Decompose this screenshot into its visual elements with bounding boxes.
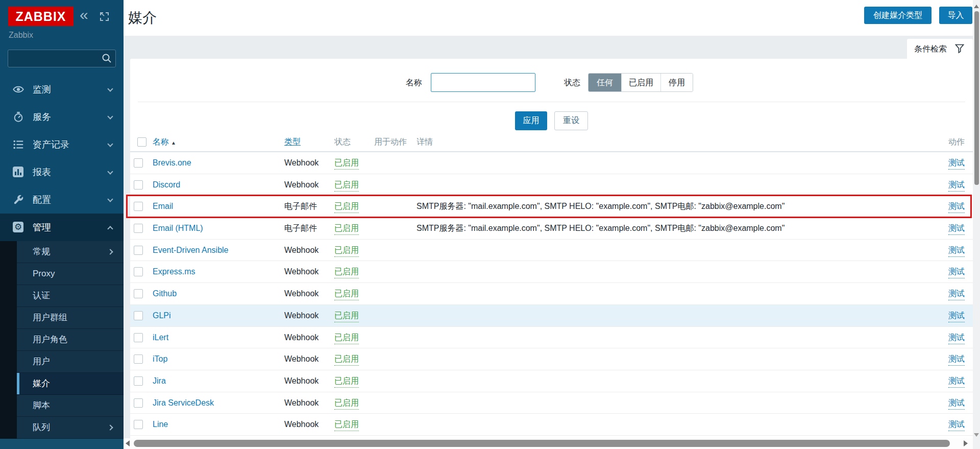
media-type-status-link[interactable]: 已启用 [334, 244, 359, 257]
media-type-name-link[interactable]: GLPi [153, 305, 171, 326]
media-type-status-link[interactable]: 已启用 [334, 222, 359, 235]
table-row-Github: GithubWebhook已启用测试 [130, 283, 973, 305]
import-button[interactable]: 导入 [939, 7, 972, 24]
media-type-name-link[interactable]: Github [153, 283, 177, 304]
media-type-status-link[interactable]: 已启用 [334, 288, 359, 300]
submenu-item-常规[interactable]: 常规 [17, 241, 124, 263]
sidebar-item-配置[interactable]: 配置 [0, 186, 124, 214]
submenu-item-媒介[interactable]: 媒介 [17, 373, 124, 395]
kiosk-mode-icon[interactable]: ↖ [100, 12, 109, 21]
row-checkbox[interactable] [134, 420, 143, 429]
media-type-status-link[interactable]: 已启用 [334, 332, 359, 344]
media-type-name-link[interactable]: Event-Driven Ansible [153, 240, 229, 261]
filter-tab[interactable]: 条件检索 [907, 39, 973, 59]
media-type-status-link[interactable]: 已启用 [334, 418, 359, 431]
submenu-item-用户角色[interactable]: 用户角色 [17, 329, 124, 351]
row-checkbox[interactable] [134, 158, 143, 168]
media-type-name-link[interactable]: Email [153, 196, 173, 217]
status-option-已启用[interactable]: 已启用 [621, 74, 660, 91]
test-link[interactable]: 测试 [948, 179, 965, 192]
sidebar-item-管理[interactable]: ⚙管理 [0, 214, 124, 241]
column-header-type[interactable]: 类型 [284, 134, 301, 150]
test-link[interactable]: 测试 [948, 418, 965, 431]
create-media-type-button[interactable]: 创建媒介类型 [864, 7, 932, 24]
test-link[interactable]: 测试 [948, 244, 965, 257]
vscroll-down-icon[interactable] [974, 433, 979, 437]
submenu-item-队列[interactable]: 队列 [17, 417, 124, 439]
select-all-checkbox[interactable] [137, 137, 146, 147]
media-type-type: Webhook [284, 240, 318, 261]
media-type-name-link[interactable]: Jira [153, 370, 166, 392]
filter-name-input[interactable] [431, 73, 535, 92]
media-type-name-link[interactable]: iTop [153, 348, 167, 370]
apply-button[interactable]: 应用 [515, 111, 547, 130]
sidebar-item-服务[interactable]: 服务 [0, 103, 124, 131]
test-link[interactable]: 测试 [948, 332, 965, 344]
column-header-name[interactable]: 名称▲ [153, 134, 176, 151]
row-checkbox[interactable] [134, 180, 143, 190]
test-link[interactable]: 测试 [948, 288, 965, 300]
test-link[interactable]: 测试 [948, 266, 965, 278]
vertical-scrollbar[interactable] [973, 0, 980, 449]
submenu-item-用户群组[interactable]: 用户群组 [17, 307, 124, 329]
row-checkbox[interactable] [134, 355, 143, 364]
media-type-status-link[interactable]: 已启用 [334, 375, 359, 388]
media-type-status-link[interactable]: 已启用 [334, 266, 359, 278]
media-type-name-link[interactable]: Brevis.one [153, 152, 191, 174]
search-input[interactable] [12, 51, 99, 66]
reset-button[interactable]: 重设 [554, 111, 588, 130]
vscroll-thumb[interactable] [974, 11, 979, 185]
media-type-name-link[interactable]: Email (HTML) [153, 218, 203, 239]
test-link[interactable]: 测试 [948, 200, 965, 213]
page-title: 媒介 [128, 8, 157, 28]
sidebar-item-报表[interactable]: 报表 [0, 158, 124, 186]
row-checkbox[interactable] [134, 246, 143, 255]
sidebar-item-资产记录[interactable]: 资产记录 [0, 131, 124, 158]
hscroll-thumb[interactable] [134, 440, 950, 447]
row-checkbox[interactable] [134, 333, 143, 342]
media-type-name-link[interactable]: Jira ServiceDesk [153, 392, 214, 414]
test-link[interactable]: 测试 [948, 353, 965, 366]
submenu-item-用户[interactable]: 用户 [17, 351, 124, 373]
chevron-down-icon [107, 169, 113, 174]
sidebar-collapse-icon[interactable]: « [80, 7, 88, 22]
table-row-iTop: iTopWebhook已启用测试 [130, 348, 973, 370]
media-type-name-link[interactable]: Line [153, 414, 168, 435]
test-link[interactable]: 测试 [948, 397, 965, 410]
zabbix-logo[interactable]: ZABBIX [8, 7, 74, 26]
row-checkbox[interactable] [134, 376, 143, 386]
test-link[interactable]: 测试 [948, 310, 965, 322]
row-checkbox[interactable] [134, 311, 143, 320]
submenu-item-认证[interactable]: 认证 [17, 285, 124, 307]
media-type-name-link[interactable]: Discord [153, 174, 180, 196]
media-type-name-link[interactable]: iLert [153, 327, 168, 348]
vscroll-up-icon[interactable] [974, 5, 979, 8]
table-row-Discord: DiscordWebhook已启用测试 [130, 174, 973, 196]
media-type-status-link[interactable]: 已启用 [334, 310, 359, 322]
sidebar-submenu: 常规Proxy认证用户群组用户角色用户媒介脚本队列 [0, 241, 124, 439]
test-link[interactable]: 测试 [948, 157, 965, 170]
submenu-item-脚本[interactable]: 脚本 [17, 395, 124, 417]
row-checkbox[interactable] [134, 289, 143, 298]
status-option-停用[interactable]: 停用 [660, 74, 693, 91]
row-checkbox[interactable] [134, 224, 143, 233]
submenu-item-label: 媒介 [33, 373, 50, 394]
hscroll-left-icon[interactable] [126, 440, 130, 446]
status-option-任何[interactable]: 任何 [589, 74, 621, 91]
row-checkbox[interactable] [134, 398, 143, 408]
submenu-item-Proxy[interactable]: Proxy [17, 263, 124, 285]
hscroll-right-icon[interactable] [964, 440, 968, 446]
test-link[interactable]: 测试 [948, 375, 965, 388]
submenu-item-label: 用户群组 [33, 307, 67, 328]
media-type-status-link[interactable]: 已启用 [334, 397, 359, 410]
media-type-status-link[interactable]: 已启用 [334, 179, 359, 192]
test-link[interactable]: 测试 [948, 222, 965, 235]
media-type-status-link[interactable]: 已启用 [334, 157, 359, 170]
media-type-name-link[interactable]: Express.ms [153, 261, 195, 282]
media-type-status-link[interactable]: 已启用 [334, 353, 359, 366]
sidebar-item-监测[interactable]: 监测 [0, 76, 124, 103]
row-checkbox[interactable] [134, 202, 143, 211]
row-checkbox[interactable] [134, 267, 143, 276]
media-type-status-link[interactable]: 已启用 [334, 200, 359, 213]
horizontal-scrollbar[interactable] [124, 438, 973, 449]
